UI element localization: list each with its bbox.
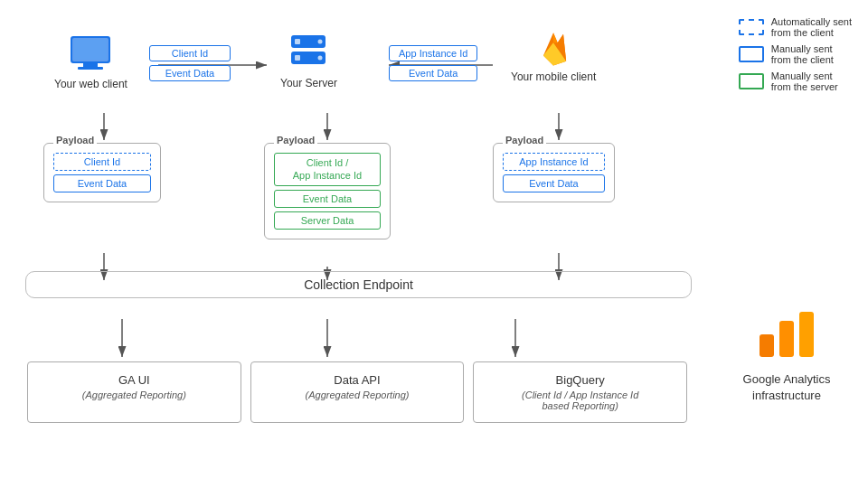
ga-ui-title: GA UI	[37, 373, 231, 387]
mobile-client: Your mobile client	[511, 27, 596, 83]
web-client: Your web client	[54, 34, 127, 90]
web-payload-event-data: Event Data	[53, 174, 151, 192]
legend-label-auto: Automatically sent from the client	[771, 16, 852, 38]
collection-wrapper: Collection Endpoint	[25, 271, 692, 298]
legend-box-solid-blue	[739, 46, 764, 62]
legend-box-dashed	[739, 19, 764, 35]
legend: Automatically sent from the client Manua…	[739, 16, 852, 92]
data-api-title: Data API	[260, 373, 455, 387]
ga-ui-subtitle: (Aggregated Reporting)	[37, 389, 231, 400]
web-client-icon	[69, 34, 112, 74]
server-payload-label: Payload	[274, 135, 317, 145]
bottom-section: GA UI (Aggregated Reporting) Data API (A…	[27, 361, 687, 423]
legend-item-manual-client: Manually sent from the client	[739, 43, 852, 65]
server-payload-server-data: Server Data	[274, 211, 381, 230]
data-api-box: Data API (Aggregated Reporting)	[250, 361, 465, 423]
server-payload-box: Payload Client Id /App Instance Id Event…	[264, 143, 391, 239]
server-event-data-tag: Event Data	[389, 65, 477, 81]
web-client-label: Your web client	[54, 78, 127, 90]
legend-label-manual-client: Manually sent from the client	[771, 43, 834, 65]
svg-rect-25	[779, 321, 794, 357]
mobile-payload-label: Payload	[503, 135, 546, 145]
legend-item-manual-server: Manually sent from the server	[739, 70, 852, 92]
web-event-data-tag: Event Data	[149, 65, 231, 81]
mobile-payload-box: Payload App Instance Id Event Data	[493, 143, 615, 202]
server-mobile-tags: App Instance Id Event Data	[389, 45, 477, 81]
web-payload-client-id: Client Id	[53, 153, 151, 171]
ga-ui-box: GA UI (Aggregated Reporting)	[27, 361, 241, 423]
server-icon	[288, 32, 329, 73]
svg-rect-26	[799, 312, 814, 357]
svg-rect-17	[74, 40, 107, 60]
server-payload-event-data: Event Data	[274, 190, 381, 208]
legend-label-manual-server: Manually sent from the server	[771, 70, 838, 92]
web-payload-label: Payload	[53, 135, 97, 145]
ga-infrastructure: Google Analytics infrastructure	[714, 307, 859, 404]
mobile-payload-event-data: Event Data	[503, 174, 605, 192]
web-client-id-tag: Client Id	[149, 45, 231, 61]
web-payload-box: Payload Client Id Event Data	[43, 143, 161, 202]
legend-box-solid-green	[739, 73, 764, 89]
server: Your Server	[280, 32, 337, 89]
app-instance-id-tag: App Instance Id	[389, 45, 477, 61]
server-payload-client-id: Client Id /App Instance Id	[274, 153, 381, 186]
svg-rect-15	[83, 63, 98, 67]
collection-endpoint-title: Collection Endpoint	[33, 277, 684, 292]
mobile-client-label: Your mobile client	[511, 70, 596, 83]
bigquery-title: BigQuery	[483, 373, 677, 387]
data-api-subtitle: (Aggregated Reporting)	[260, 389, 455, 400]
svg-point-20	[318, 40, 323, 44]
diagram: Automatically sent from the client Manua…	[0, 0, 868, 488]
ga-infra-title: Google Analytics infrastructure	[714, 371, 859, 404]
ga-bar-chart-icon	[755, 307, 818, 361]
bigquery-box: BigQuery (Client Id / App Instance Idbas…	[473, 361, 687, 423]
bigquery-subtitle: (Client Id / App Instance Idbased Report…	[483, 389, 677, 411]
svg-rect-16	[78, 67, 103, 70]
svg-rect-22	[295, 55, 300, 61]
web-data-tags: Client Id Event Data	[149, 45, 231, 81]
mobile-client-icon	[533, 27, 573, 67]
legend-item-auto: Automatically sent from the client	[739, 16, 852, 38]
server-label: Your Server	[280, 77, 337, 89]
svg-rect-19	[295, 39, 300, 44]
mobile-payload-app-instance-id: App Instance Id	[503, 153, 605, 171]
svg-rect-24	[760, 334, 774, 357]
svg-point-23	[318, 56, 323, 61]
